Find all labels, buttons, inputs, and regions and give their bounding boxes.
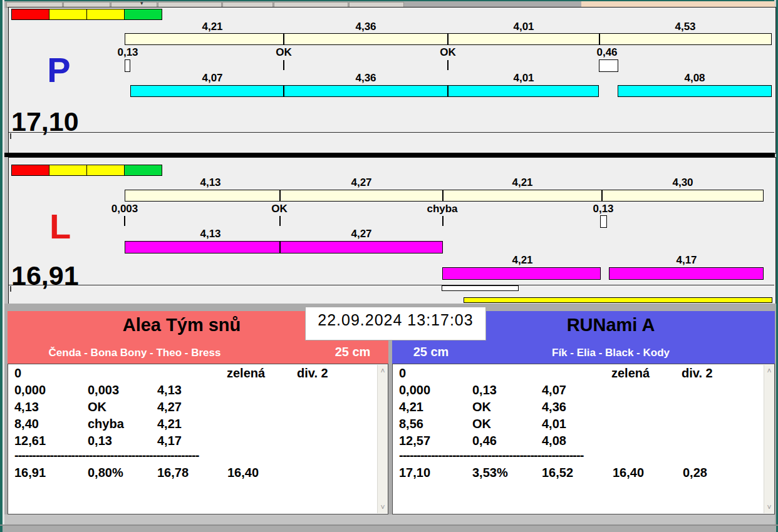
scroll-up-icon[interactable]: ˄ <box>764 367 774 375</box>
l-progress-yellow-bar <box>464 297 772 303</box>
status-light-yellow-2 <box>86 9 125 20</box>
left-results-panel: 0 zelená div. 2 0,000 0,003 4,13 4,13 OK… <box>8 364 388 514</box>
dropdown-arrow-icon[interactable]: ▾ <box>140 0 143 6</box>
result-cell: 0,13 <box>472 382 497 397</box>
l-plan-split-3: 4,21 <box>479 176 566 188</box>
result-cell: OK <box>472 399 491 414</box>
l-change-3: chyba <box>417 203 467 215</box>
status-light-green <box>124 9 162 20</box>
p-strip-line <box>9 132 774 133</box>
result-cell: 4,13 <box>157 382 182 397</box>
l-change-tick <box>124 216 125 226</box>
status-light-green <box>124 165 162 176</box>
l-run-bar-row2b <box>609 267 764 280</box>
result-cell: 4,17 <box>157 433 182 448</box>
result-separator: ----------------------------------------… <box>14 448 199 463</box>
result-cell: 0,003 <box>88 382 119 397</box>
result-cell: 4,01 <box>542 416 566 431</box>
scroll-down-icon[interactable]: ˅ <box>764 504 774 511</box>
flyball-timing-window: ▾ 4,21 4,36 4,01 4,53 0,13 OK OK 0,46 4,… <box>0 0 778 532</box>
p-side-letter: P <box>40 53 78 88</box>
l-side-letter: L <box>41 209 79 244</box>
p-run-split-3: 4,01 <box>480 72 568 84</box>
l-run-bar-row1 <box>125 241 443 253</box>
p-run-split-2: 4,36 <box>322 72 410 84</box>
bottom-strip-lower <box>3 526 776 532</box>
result-cell: 0 <box>399 366 406 381</box>
result-total: 16,78 <box>157 465 189 480</box>
p-run-bar <box>130 85 599 97</box>
result-cell: chyba <box>88 416 124 431</box>
l-change-marker-box <box>600 215 607 228</box>
result-cell: 12,57 <box>399 433 430 448</box>
l-run-split-3: 4,21 <box>479 254 566 266</box>
l-plan-split-4: 4,30 <box>639 176 727 188</box>
result-cell: 0,13 <box>88 433 112 448</box>
l-change-tick <box>279 216 281 226</box>
p-run-bar-separator <box>283 85 284 97</box>
p-plan-split-4: 4,53 <box>641 21 729 33</box>
result-total: 0,80% <box>88 465 123 480</box>
status-light-yellow-1 <box>49 165 87 176</box>
p-run-bar-last <box>618 85 772 97</box>
l-plan-split-1: 4,13 <box>167 176 254 188</box>
p-section: 4,21 4,36 4,01 4,53 0,13 OK OK 0,46 4,07… <box>8 7 776 154</box>
l-run-split-1: 4,13 <box>167 228 254 240</box>
scroll-down-icon[interactable]: ˅ <box>378 504 388 511</box>
p-plan-bar-separator <box>447 33 449 45</box>
result-total: 16,40 <box>227 465 259 480</box>
result-cell: 4,08 <box>542 433 566 448</box>
p-change-marker-box <box>599 59 618 72</box>
l-plan-bar-separator <box>601 190 603 202</box>
right-results-scrollbar[interactable]: ˄ ˅ <box>764 365 774 513</box>
result-cell: zelená <box>227 366 265 381</box>
result-cell: 4,21 <box>157 416 182 431</box>
result-cell: div. 2 <box>297 366 328 381</box>
result-total: 17,10 <box>399 465 430 480</box>
left-results-scrollbar[interactable]: ˄ ˅ <box>377 365 388 513</box>
status-light-yellow-1 <box>49 9 87 20</box>
p-plan-bar-separator <box>283 33 284 45</box>
result-total: 0,28 <box>683 465 707 480</box>
l-strip-cursor <box>10 286 11 292</box>
l-plan-bar-separator <box>279 190 281 202</box>
l-plan-bar <box>125 190 764 202</box>
result-cell: div. 2 <box>682 366 713 381</box>
result-total: 16,91 <box>14 465 46 480</box>
p-strip-cursor <box>10 133 11 139</box>
result-cell: 0,000 <box>14 382 46 397</box>
result-cell: 0,46 <box>472 433 497 448</box>
l-progress-white-bar <box>442 285 519 291</box>
result-cell: 4,27 <box>157 399 182 414</box>
p-run-bar-separator <box>447 85 449 97</box>
left-team-category: 25 cm <box>328 345 378 359</box>
result-cell: 8,40 <box>14 416 39 431</box>
section-divider <box>4 153 775 157</box>
p-plan-split-2: 4,36 <box>322 21 410 33</box>
p-run-split-4: 4,08 <box>651 72 739 84</box>
scroll-up-icon[interactable]: ˄ <box>378 367 388 375</box>
result-cell: 8,56 <box>399 416 423 431</box>
l-plan-bar-separator <box>442 190 443 202</box>
l-run-split-4: 4,17 <box>643 254 730 266</box>
l-change-4: 0,13 <box>578 203 628 215</box>
right-team-category: 25 cm <box>406 345 456 359</box>
l-run-bar-separator <box>279 241 281 253</box>
right-results-panel: 0 zelená div. 2 0,000 0,13 4,07 4,21 OK … <box>392 364 775 514</box>
l-change-2: OK <box>254 203 304 215</box>
p-plan-bar-separator <box>599 33 600 45</box>
datetime-text: 22.09.2024 13:17:03 <box>306 311 485 329</box>
l-strip-line <box>9 285 774 285</box>
status-light-red <box>11 165 49 176</box>
result-cell: 0,000 <box>399 382 430 397</box>
result-total: 3,53% <box>472 465 508 480</box>
p-change-1: 0,13 <box>103 46 153 58</box>
p-plan-split-1: 4,21 <box>169 21 256 33</box>
right-team-members: Fík - Elia - Black - Kody <box>485 347 736 359</box>
p-change-tick <box>283 60 284 70</box>
result-total: 16,52 <box>542 465 573 480</box>
p-change-marker-box <box>125 59 130 72</box>
result-cell: 4,21 <box>399 399 423 414</box>
p-change-4: 0,46 <box>582 46 632 58</box>
l-change-tick <box>442 216 443 226</box>
